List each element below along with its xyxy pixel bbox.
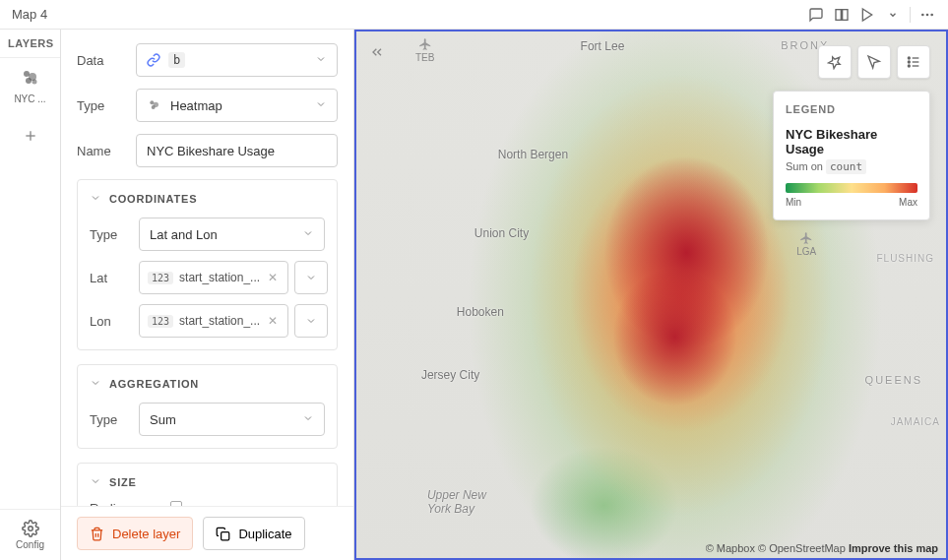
svg-point-8 xyxy=(26,78,32,84)
svg-point-19 xyxy=(908,61,910,63)
size-section-head[interactable]: SIZE xyxy=(78,464,337,501)
svg-point-6 xyxy=(24,71,30,77)
lon-label: Lon xyxy=(90,314,129,329)
map-label: FLUSHING xyxy=(876,253,934,264)
cursor-tool[interactable] xyxy=(857,45,891,79)
svg-rect-1 xyxy=(843,9,848,20)
delete-layer-button[interactable]: Delete layer xyxy=(77,517,193,550)
layer-thumb-label: NYC ... xyxy=(4,93,56,104)
gear-icon xyxy=(22,520,39,537)
coordinates-title: COORDINATES xyxy=(109,193,197,205)
map-label: Union City xyxy=(474,226,529,240)
data-value: b xyxy=(168,52,185,68)
legend-max: Max xyxy=(899,197,917,208)
coord-type-select[interactable]: Lat and Lon xyxy=(139,218,325,251)
clear-icon[interactable]: ✕ xyxy=(266,271,280,284)
data-select[interactable]: b xyxy=(136,43,338,77)
svg-point-15 xyxy=(152,105,156,109)
chevron-down-icon xyxy=(302,227,314,242)
legend-toggle[interactable] xyxy=(897,45,930,79)
chevron-down-icon xyxy=(315,98,327,113)
config-label: Config xyxy=(4,539,56,550)
map-attribution: © Mapbox © OpenStreetMap Improve this ma… xyxy=(706,542,938,554)
lon-dropdown-button[interactable] xyxy=(294,304,328,338)
legend-meta: Sum on count xyxy=(786,160,917,173)
type-value: Heatmap xyxy=(170,98,222,113)
lat-value: start_station_... xyxy=(179,271,260,284)
lat-field[interactable]: 123 start_station_... ✕ xyxy=(139,261,288,294)
airport-teb: TEB xyxy=(415,37,434,63)
legend: LEGEND NYC Bikeshare Usage Sum on count … xyxy=(773,91,930,220)
name-label: Name xyxy=(77,144,126,158)
svg-point-12 xyxy=(28,527,32,531)
copy-icon xyxy=(216,527,230,541)
svg-point-5 xyxy=(930,13,933,16)
chevron-down-icon xyxy=(315,53,327,68)
numeric-badge: 123 xyxy=(148,272,173,284)
name-input[interactable] xyxy=(147,144,327,158)
type-select[interactable]: Heatmap xyxy=(136,89,338,122)
more-icon[interactable] xyxy=(918,6,936,24)
duplicate-label: Duplicate xyxy=(238,527,291,541)
add-layer-button[interactable] xyxy=(13,118,48,154)
map-canvas[interactable]: Fort Lee BRONX North Bergen Union City H… xyxy=(354,30,948,560)
name-input-wrap[interactable] xyxy=(136,134,338,167)
data-label: Data xyxy=(77,53,126,68)
play-icon[interactable] xyxy=(858,6,876,24)
svg-point-4 xyxy=(926,13,929,16)
play-dropdown-icon[interactable] xyxy=(884,6,902,24)
legend-title: LEGEND xyxy=(786,103,917,115)
aggregation-section-head[interactable]: AGGREGATION xyxy=(78,365,337,403)
app-title: Map 4 xyxy=(12,7,47,22)
numeric-badge: 123 xyxy=(148,315,173,328)
map-label: Fort Lee xyxy=(581,39,625,53)
map-label: Jersey City xyxy=(421,368,479,382)
chevron-down-icon xyxy=(90,375,101,393)
aggregation-title: AGGREGATION xyxy=(109,378,199,390)
map-label: Upper New York Bay xyxy=(427,488,486,516)
svg-rect-0 xyxy=(836,9,841,20)
plane-icon xyxy=(418,37,432,51)
layer-thumb[interactable]: NYC ... xyxy=(0,58,60,112)
svg-point-17 xyxy=(908,57,910,59)
svg-point-13 xyxy=(150,100,154,104)
svg-point-3 xyxy=(921,13,924,16)
agg-type-select[interactable]: Sum xyxy=(139,403,325,436)
lon-value: start_station_... xyxy=(179,314,260,328)
legend-gradient xyxy=(786,183,917,193)
coord-type-value: Lat and Lon xyxy=(150,227,218,242)
plane-icon xyxy=(799,231,813,245)
lat-dropdown-button[interactable] xyxy=(294,261,328,294)
pin-tool[interactable] xyxy=(818,45,852,79)
svg-point-9 xyxy=(32,80,36,85)
coordinates-section-head[interactable]: COORDINATES xyxy=(78,180,337,218)
heatmap-icon xyxy=(147,97,162,113)
svg-marker-2 xyxy=(862,9,871,21)
divider xyxy=(910,7,911,23)
duplicate-button[interactable]: Duplicate xyxy=(203,517,304,550)
chevron-down-icon xyxy=(90,190,101,208)
trash-icon xyxy=(90,527,104,541)
coord-type-label: Type xyxy=(90,227,129,242)
clear-icon[interactable]: ✕ xyxy=(266,314,280,328)
columns-icon[interactable] xyxy=(833,6,851,24)
chevron-down-icon xyxy=(302,412,314,427)
lat-label: Lat xyxy=(90,271,129,285)
map-label: JAMAICA xyxy=(891,416,940,427)
type-label: Type xyxy=(77,98,126,113)
comment-icon[interactable] xyxy=(807,6,825,24)
lon-field[interactable]: 123 start_station_... ✕ xyxy=(139,304,288,338)
layers-label: LAYERS xyxy=(0,30,60,58)
legend-layer-name: NYC Bikeshare Usage xyxy=(786,127,917,156)
collapse-panel-button[interactable] xyxy=(364,39,390,65)
chevron-down-icon xyxy=(90,473,101,491)
map-label: QUEENS xyxy=(865,374,922,386)
improve-map-link[interactable]: Improve this map xyxy=(849,542,938,554)
svg-point-21 xyxy=(908,65,910,67)
agg-type-label: Type xyxy=(90,412,129,427)
delete-label: Delete layer xyxy=(112,527,180,541)
link-icon xyxy=(147,53,160,67)
size-title: SIZE xyxy=(109,476,137,488)
svg-rect-16 xyxy=(221,531,229,539)
config-button[interactable]: Config xyxy=(0,509,60,560)
